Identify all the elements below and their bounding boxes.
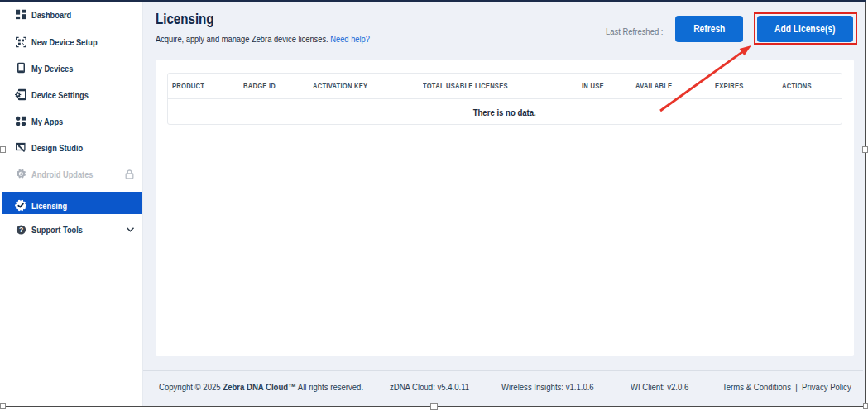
svg-text:?: ?	[18, 225, 22, 233]
